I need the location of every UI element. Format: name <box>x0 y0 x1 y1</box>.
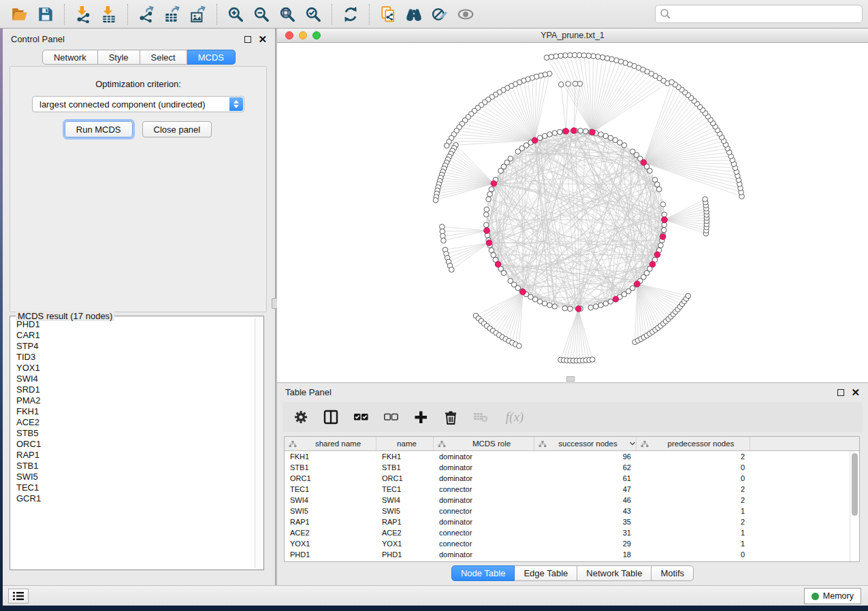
network-node[interactable] <box>686 293 691 299</box>
tab-select[interactable]: Select <box>140 50 187 65</box>
tab-edge-table[interactable]: Edge Table <box>515 565 577 581</box>
network-node[interactable] <box>537 299 543 304</box>
mcds-dominator-node[interactable] <box>491 180 497 186</box>
search-input[interactable] <box>655 5 863 23</box>
mcds-dominator-node[interactable] <box>613 296 619 302</box>
network-node[interactable] <box>491 252 496 258</box>
tab-mcds[interactable]: MCDS <box>187 50 236 65</box>
eye-button[interactable] <box>454 3 477 26</box>
column-header-successor-nodes[interactable]: successor nodes <box>534 437 637 450</box>
network-node[interactable] <box>501 270 507 276</box>
mcds-dominator-node[interactable] <box>495 261 501 267</box>
network-node[interactable] <box>489 248 494 253</box>
table-row[interactable]: YOX1YOX1connector291 <box>285 538 850 549</box>
scrollbar-thumb[interactable] <box>852 453 858 516</box>
network-node[interactable] <box>441 238 447 244</box>
network-node[interactable] <box>568 306 573 312</box>
network-node[interactable] <box>483 222 489 228</box>
mcds-result-item[interactable]: PMA2 <box>16 395 254 406</box>
run-mcds-button[interactable]: Run MCDS <box>65 121 133 137</box>
mcds-result-item[interactable]: YOX1 <box>16 363 254 374</box>
mcds-dominator-node[interactable] <box>520 289 526 295</box>
network-node[interactable] <box>603 133 609 139</box>
panel-list-button[interactable] <box>8 589 29 604</box>
column-header-shared-name[interactable]: shared name <box>285 437 376 450</box>
network-node[interactable] <box>703 197 708 202</box>
network-node[interactable] <box>609 56 615 62</box>
network-node[interactable] <box>498 168 504 174</box>
float-panel-icon[interactable] <box>244 36 251 43</box>
mcds-result-list[interactable]: PHD1CAR1STP4TID3YOX1SWI4SRD1PMA2FKH1ACE2… <box>11 319 254 568</box>
add-column-button[interactable] <box>413 410 428 425</box>
network-node[interactable] <box>517 344 522 349</box>
mcds-dominator-node[interactable] <box>532 137 538 144</box>
network-node[interactable] <box>669 80 675 85</box>
network-node[interactable] <box>600 55 605 61</box>
network-node[interactable] <box>590 357 595 363</box>
network-node[interactable] <box>583 129 588 134</box>
network-node[interactable] <box>542 301 547 306</box>
network-node[interactable] <box>577 81 583 86</box>
table-row[interactable]: STB1STB1dominator620 <box>285 462 850 473</box>
mcds-result-item[interactable]: SRD1 <box>16 384 254 395</box>
mcds-dominator-node[interactable] <box>649 261 656 267</box>
mcds-result-scrollbar[interactable] <box>255 318 263 568</box>
tab-node-table[interactable]: Node Table <box>451 565 515 581</box>
network-node[interactable] <box>552 304 558 310</box>
tab-style[interactable]: Style <box>98 50 140 65</box>
refresh-button[interactable] <box>339 3 362 26</box>
network-node[interactable] <box>553 54 559 59</box>
table-row[interactable]: ORC1ORC1dominator610 <box>285 473 850 484</box>
zoom-fit-button[interactable] <box>276 3 299 26</box>
table-row[interactable]: SWI5SWI5connector431 <box>285 506 850 516</box>
mcds-result-item[interactable]: GCR1 <box>16 493 254 504</box>
network-node[interactable] <box>608 299 613 304</box>
network-node[interactable] <box>549 54 554 60</box>
zoom-selected-button[interactable] <box>302 3 325 26</box>
network-node[interactable] <box>489 186 494 192</box>
mcds-dominator-node[interactable] <box>570 128 577 134</box>
network-node[interactable] <box>608 135 613 141</box>
mcds-dominator-node[interactable] <box>484 228 490 234</box>
network-node[interactable] <box>484 207 489 212</box>
network-node[interactable] <box>654 182 660 187</box>
export-image-button[interactable] <box>187 3 210 26</box>
network-node[interactable] <box>542 133 547 139</box>
mcds-result-item[interactable]: ORC1 <box>16 439 254 450</box>
close-panel-icon[interactable]: ✕ <box>258 36 267 43</box>
network-node[interactable] <box>552 131 558 136</box>
network-node[interactable] <box>661 227 666 233</box>
zoom-in-button[interactable] <box>224 3 247 26</box>
mcds-result-item[interactable]: CAR1 <box>16 330 254 341</box>
network-node[interactable] <box>557 129 562 135</box>
import-table-button[interactable] <box>97 3 120 26</box>
network-node[interactable] <box>487 192 493 197</box>
network-node[interactable] <box>603 301 609 306</box>
mcds-result-item[interactable]: TEC1 <box>16 482 254 493</box>
mcds-dominator-node[interactable] <box>654 252 660 258</box>
delete-column-button[interactable] <box>443 410 458 425</box>
table-row[interactable]: PHD1PHD1dominator180 <box>285 549 850 560</box>
clone-network-button[interactable] <box>376 3 400 26</box>
table-row[interactable]: SWI4SWI4dominator462 <box>285 495 850 506</box>
mcds-result-item[interactable]: TID3 <box>16 352 254 363</box>
column-visibility-button[interactable] <box>323 410 338 425</box>
network-node[interactable] <box>662 222 667 228</box>
optimization-criterion-select[interactable]: largest connected component (undirected) <box>32 96 244 112</box>
save-session-button[interactable] <box>34 3 57 26</box>
network-node[interactable] <box>652 177 658 182</box>
zoom-out-button[interactable] <box>250 3 273 26</box>
tab-network[interactable]: Network <box>42 50 98 65</box>
mcds-dominator-node[interactable] <box>634 281 641 287</box>
network-node[interactable] <box>433 197 438 203</box>
settings-gear-button[interactable] <box>293 410 308 425</box>
network-node[interactable] <box>588 305 594 310</box>
mcds-result-item[interactable]: PHD1 <box>16 319 254 330</box>
horizontal-splitter-handle[interactable] <box>566 376 575 382</box>
column-header-name[interactable]: name <box>376 437 434 450</box>
network-node[interactable] <box>598 303 604 308</box>
table-row[interactable]: FKH1FKH1dominator962 <box>285 451 850 462</box>
network-node[interactable] <box>578 128 583 133</box>
export-network-button[interactable] <box>135 3 158 26</box>
close-panel-button[interactable]: Close panel <box>142 121 212 137</box>
